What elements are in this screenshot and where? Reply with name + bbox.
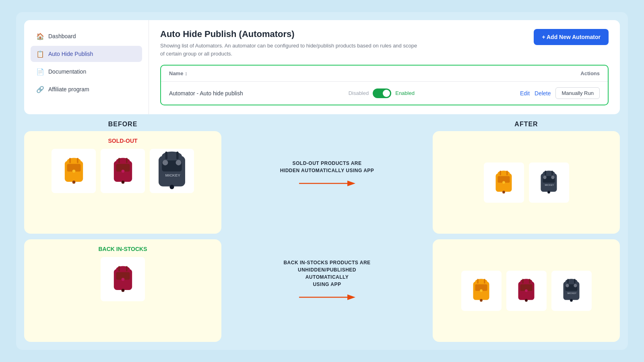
svg-marker-31: [347, 181, 355, 186]
svg-rect-45: [545, 171, 546, 175]
svg-rect-54: [477, 279, 479, 284]
before-column: BEFORE SOLD-OUT: [24, 121, 221, 342]
svg-point-71: [574, 284, 577, 287]
table-header: Name ↕ Actions: [161, 66, 608, 82]
manually-run-button[interactable]: Manually Run: [555, 87, 600, 99]
disabled-label: Disabled: [349, 90, 369, 96]
main-content: Auto Hide Publish (Automators) Showing l…: [149, 20, 620, 114]
table-row: Automator - Auto hide publish Disabled E…: [161, 82, 608, 105]
maroon-backpack-sold-img: [101, 149, 145, 193]
after-label: AFTER: [433, 121, 620, 128]
svg-rect-3: [72, 181, 75, 184]
svg-rect-17: [170, 185, 174, 189]
svg-rect-11: [118, 158, 120, 163]
svg-rect-68: [568, 279, 569, 284]
doc-icon: 📄: [36, 68, 44, 76]
auto-hide-icon: 📋: [36, 50, 44, 58]
back-in-stock-arrow-area: BACK IN-STOCKS PRODUCTS ARE UNHIDDEN/PUB…: [279, 259, 376, 303]
after-b-mickey-img: MICKEY: [551, 271, 592, 311]
svg-point-6: [72, 169, 75, 173]
after-mickey-img: MICKEY: [529, 162, 569, 203]
col-actions: Actions: [580, 70, 600, 76]
yellow-backpack-img: [52, 149, 96, 193]
arrows-column: SOLD-OUT PRODUCTS ARE HIDDEN AUTOMATICAL…: [221, 121, 433, 342]
sidebar-label-affiliate: Affiliate program: [48, 86, 89, 93]
after-column: AFTER: [433, 121, 620, 342]
svg-rect-60: [525, 299, 528, 302]
sidebar: 🏠 Dashboard 📋 Auto Hide Publish 📄 Docume…: [24, 20, 149, 114]
col-name: Name ↕: [169, 70, 188, 76]
page-subtitle: Showing list of Automators. An automator…: [160, 42, 418, 58]
enable-toggle[interactable]: [373, 88, 391, 98]
illustration-section: BEFORE SOLD-OUT: [24, 121, 620, 342]
after-b-yellow-img: [461, 271, 502, 311]
svg-marker-33: [347, 294, 355, 300]
svg-rect-39: [506, 171, 508, 175]
svg-rect-62: [529, 279, 530, 284]
svg-rect-4: [69, 158, 71, 163]
after-b-maroon-img: [506, 271, 547, 311]
automators-table: Name ↕ Actions Automator - Auto hide pub…: [160, 65, 609, 105]
back-in-stock-title: BACK IN-STOCKS: [32, 246, 213, 252]
sidebar-item-affiliate[interactable]: 🔗 Affiliate program: [31, 81, 142, 97]
title-block: Auto Hide Publish (Automators) Showing l…: [160, 29, 418, 58]
svg-rect-38: [500, 171, 501, 175]
svg-point-21: [176, 160, 182, 166]
after-top-card: MICKEY: [433, 131, 620, 234]
maroon-backpack-back-img: [101, 257, 145, 301]
automator-name: Automator - Auto hide publish: [169, 90, 243, 97]
before-label: BEFORE: [24, 121, 221, 128]
sold-out-arrow: [299, 177, 355, 189]
sidebar-item-documentation[interactable]: 📄 Documentation: [31, 64, 142, 80]
edit-link[interactable]: Edit: [520, 90, 530, 97]
toggle-area: Disabled Enabled: [349, 88, 415, 98]
sidebar-label-documentation: Documentation: [48, 68, 86, 75]
svg-rect-26: [121, 289, 124, 292]
svg-rect-61: [522, 279, 524, 284]
svg-text:MICKEY: MICKEY: [165, 173, 181, 177]
after-bottom-card: MICKEY: [433, 239, 620, 342]
svg-point-63: [525, 289, 528, 292]
svg-point-29: [121, 278, 124, 281]
enabled-label: Enabled: [395, 90, 415, 96]
sold-out-arrow-area: SOLD-OUT PRODUCTS ARE HIDDEN AUTOMATICAL…: [280, 160, 374, 189]
sold-out-title: SOLD-OUT: [32, 138, 213, 144]
svg-rect-10: [121, 181, 124, 184]
after-bottom-products: MICKEY: [461, 271, 592, 311]
home-icon: 🏠: [36, 32, 44, 40]
svg-rect-46: [551, 171, 553, 175]
add-automator-button[interactable]: + Add New Automator: [534, 29, 609, 45]
row-actions: Edit Delete Manually Run: [520, 87, 600, 99]
svg-rect-19: [176, 152, 179, 159]
sidebar-item-dashboard[interactable]: 🏠 Dashboard: [31, 28, 142, 44]
svg-rect-12: [126, 158, 128, 163]
svg-point-70: [566, 284, 569, 287]
svg-rect-37: [502, 191, 505, 193]
svg-point-20: [163, 160, 168, 166]
delete-link[interactable]: Delete: [535, 90, 551, 97]
svg-text:MICKEY: MICKEY: [568, 292, 577, 294]
svg-rect-5: [77, 158, 78, 163]
svg-rect-27: [118, 266, 120, 271]
back-in-stock-arrow: [299, 291, 355, 303]
back-in-stock-products: [32, 257, 213, 301]
svg-point-48: [551, 176, 554, 179]
sold-out-card: SOLD-OUT: [24, 131, 221, 234]
sidebar-label-auto-hide-publish: Auto Hide Publish: [48, 51, 93, 57]
sidebar-label-dashboard: Dashboard: [48, 33, 76, 39]
affiliate-icon: 🔗: [36, 85, 44, 93]
app-wrapper: 🏠 Dashboard 📋 Auto Hide Publish 📄 Docume…: [16, 12, 628, 350]
svg-point-40: [502, 181, 505, 184]
svg-rect-44: [547, 191, 550, 193]
after-top-products: MICKEY: [484, 162, 569, 203]
back-in-stock-arrow-text: BACK IN-STOCKS PRODUCTS ARE UNHIDDEN/PUB…: [279, 259, 376, 288]
sold-out-arrow-text: SOLD-OUT PRODUCTS ARE HIDDEN AUTOMATICAL…: [280, 160, 374, 174]
toggle-knob: [383, 90, 390, 97]
sidebar-item-auto-hide-publish[interactable]: 📋 Auto Hide Publish: [31, 46, 142, 62]
main-header: Auto Hide Publish (Automators) Showing l…: [160, 29, 609, 58]
svg-point-13: [121, 169, 124, 173]
svg-point-56: [480, 289, 483, 292]
svg-rect-69: [574, 279, 575, 284]
svg-text:MICKEY: MICKEY: [545, 184, 554, 186]
page-title: Auto Hide Publish (Automators): [160, 29, 418, 39]
